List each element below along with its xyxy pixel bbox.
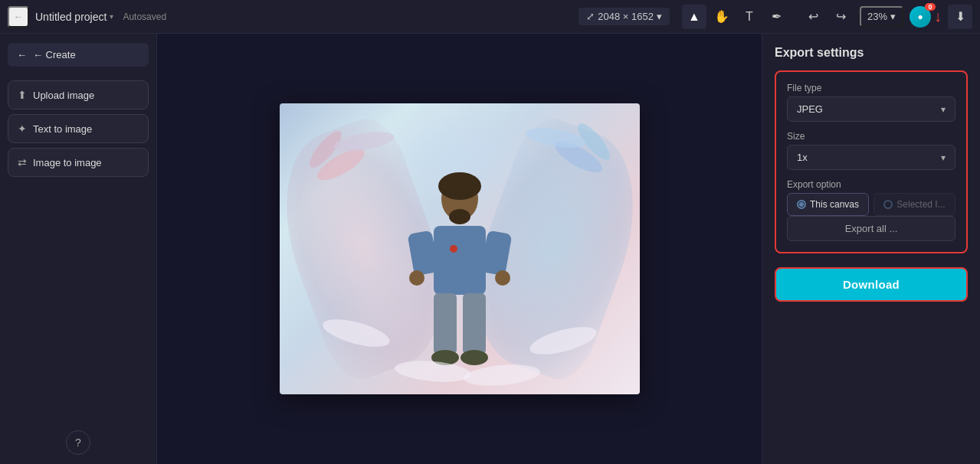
sidebar-item-upload-image[interactable]: ⬆ Upload image xyxy=(8,80,149,109)
selected-button[interactable]: Selected I... xyxy=(873,193,955,216)
download-button[interactable]: Download xyxy=(775,267,968,302)
sidebar-item-image-to-image[interactable]: ⇄ Image to image xyxy=(8,148,149,177)
image-to-image-label: Image to image xyxy=(33,157,102,168)
image-to-image-icon: ⇄ xyxy=(18,156,27,168)
export-settings-title: Export settings xyxy=(775,46,968,60)
svg-point-7 xyxy=(409,270,424,286)
file-type-chevron-icon: ▾ xyxy=(941,104,946,115)
project-title-chevron: ▾ xyxy=(110,12,113,21)
autosaved-label: Autosaved xyxy=(123,11,166,22)
canvas-image xyxy=(280,103,640,394)
download-topbar-icon: ⬇ xyxy=(955,9,965,24)
download-icon-button[interactable]: ⬇ xyxy=(948,5,972,29)
avatar-button[interactable]: ● 0 xyxy=(910,6,931,28)
export-panel: Export settings File type JPEG ▾ Size 1x… xyxy=(762,34,980,464)
svg-rect-3 xyxy=(434,226,486,295)
notification-badge: 0 xyxy=(925,3,936,11)
select-icon: ▲ xyxy=(688,10,700,24)
back-button[interactable]: ← xyxy=(8,6,29,28)
size-value: 1x xyxy=(797,152,808,163)
svg-rect-9 xyxy=(434,293,457,355)
export-option-label: Export option xyxy=(787,179,955,190)
svg-point-12 xyxy=(461,350,488,365)
create-arrow-icon: ← xyxy=(17,49,27,60)
size-label: Size xyxy=(787,131,955,142)
toolbar: ▲ ✋ T ✒ xyxy=(682,5,789,29)
size-chevron-icon: ▾ xyxy=(941,152,946,163)
svg-point-2 xyxy=(449,209,470,224)
canvas-size-value: 2048 × 1652 xyxy=(598,11,654,22)
this-canvas-label: This canvas xyxy=(810,199,859,210)
back-icon: ← xyxy=(13,11,23,22)
export-all-label: Export all ... xyxy=(845,223,898,234)
zoom-button[interactable]: 23% ▾ xyxy=(860,6,903,27)
download-label: Download xyxy=(843,278,900,291)
person-svg xyxy=(398,165,521,379)
zoom-chevron: ▾ xyxy=(890,11,896,22)
create-label: ← Create xyxy=(33,49,76,60)
undo-button[interactable]: ↩ xyxy=(801,5,826,29)
undo-redo-group: ↩ ↪ xyxy=(801,5,854,29)
bottom-help-area: ? xyxy=(8,430,149,455)
text-to-image-icon: ✦ xyxy=(18,123,27,135)
create-button[interactable]: ← ← Create xyxy=(8,43,149,67)
export-option-field: Export option This canvas Selected I... … xyxy=(787,179,955,241)
file-type-value: JPEG xyxy=(797,103,823,115)
file-type-field: File type JPEG ▾ xyxy=(787,83,955,122)
svg-point-11 xyxy=(431,350,459,365)
sidebar-item-text-to-image[interactable]: ✦ Text to image xyxy=(8,114,149,143)
svg-point-8 xyxy=(495,270,510,286)
upload-icon: ⬆ xyxy=(18,89,27,101)
file-type-select[interactable]: JPEG ▾ xyxy=(787,96,955,122)
export-settings-box: File type JPEG ▾ Size 1x ▾ Export option xyxy=(775,70,968,253)
help-button[interactable]: ? xyxy=(66,430,90,455)
redo-button[interactable]: ↪ xyxy=(829,5,854,29)
svg-rect-10 xyxy=(463,293,486,355)
sidebar: ← ← Create ⬆ Upload image ✦ Text to imag… xyxy=(0,34,157,464)
text-tool-button[interactable]: T xyxy=(737,5,762,29)
project-title-btn[interactable]: Untitled project ▾ xyxy=(35,11,113,23)
canvas-size-button[interactable]: ⤢ 2048 × 1652 ▾ xyxy=(578,8,670,25)
svg-point-1 xyxy=(438,172,481,200)
main-layout: ← ← Create ⬆ Upload image ✦ Text to imag… xyxy=(0,34,980,464)
help-icon: ? xyxy=(75,436,81,449)
topbar: ← Untitled project ▾ Autosaved ⤢ 2048 × … xyxy=(0,0,980,34)
canvas-resize-icon: ⤢ xyxy=(586,11,595,22)
project-title-text: Untitled project xyxy=(35,11,107,23)
pen-tool-button[interactable]: ✒ xyxy=(765,5,789,29)
selected-label: Selected I... xyxy=(896,199,945,210)
size-select[interactable]: 1x ▾ xyxy=(787,145,955,170)
canvas-figure xyxy=(280,103,640,394)
canvas-size-chevron: ▾ xyxy=(657,11,662,22)
export-all-button[interactable]: Export all ... xyxy=(787,216,955,241)
selected-radio xyxy=(883,200,893,209)
zoom-value: 23% xyxy=(867,11,887,22)
pen-icon: ✒ xyxy=(772,9,782,24)
canvas-area[interactable] xyxy=(157,34,762,464)
text-icon: T xyxy=(746,10,753,24)
file-type-label: File type xyxy=(787,83,955,93)
hand-icon: ✋ xyxy=(714,9,729,24)
export-options-row: This canvas Selected I... xyxy=(787,193,955,216)
text-to-image-label: Text to image xyxy=(33,123,92,135)
download-arrow-indicator: ↓ xyxy=(934,8,942,25)
upload-image-label: Upload image xyxy=(33,90,94,101)
svg-point-4 xyxy=(450,245,457,253)
download-btn-wrap: Download xyxy=(775,267,968,302)
avatar-icon: ● xyxy=(917,11,923,22)
hand-tool-button[interactable]: ✋ xyxy=(710,5,734,29)
this-canvas-radio xyxy=(797,200,806,209)
this-canvas-button[interactable]: This canvas xyxy=(787,193,869,216)
select-tool-button[interactable]: ▲ xyxy=(682,5,706,29)
redo-icon: ↪ xyxy=(836,9,846,24)
undo-icon: ↩ xyxy=(808,9,818,24)
size-field: Size 1x ▾ xyxy=(787,131,955,170)
